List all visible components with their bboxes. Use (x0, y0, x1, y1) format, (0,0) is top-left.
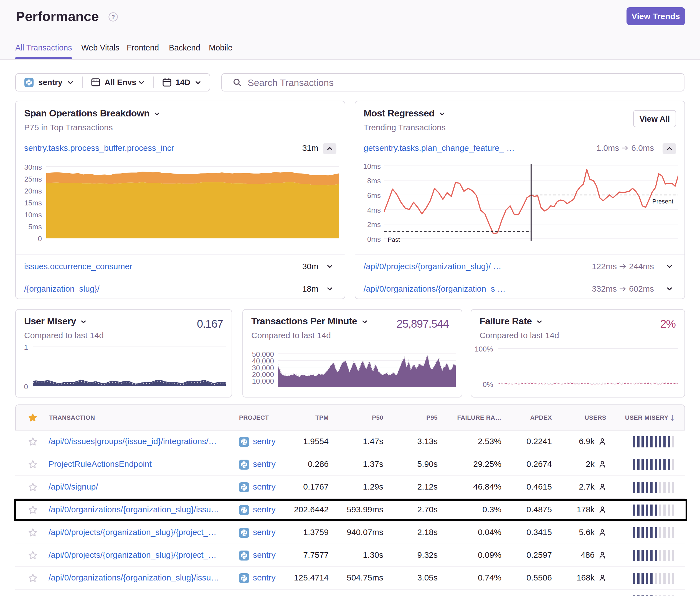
svg-text:?: ? (111, 14, 115, 20)
